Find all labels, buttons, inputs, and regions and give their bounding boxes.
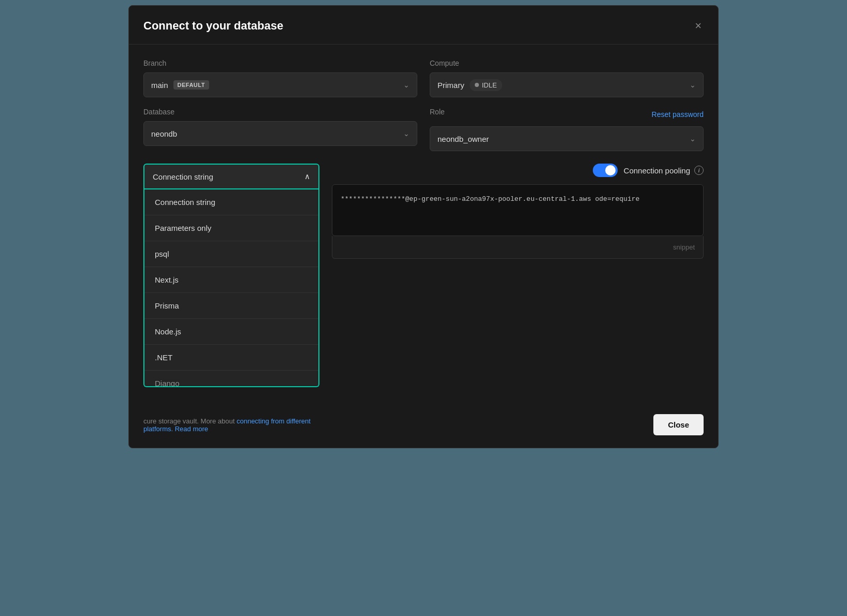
snippet-label: snippet <box>673 243 695 251</box>
footer-read-more-link[interactable]: Read more <box>175 425 208 433</box>
conn-dropdown-item[interactable]: Node.js <box>144 319 318 345</box>
compute-group: Compute Primary IDLE ⌄ <box>430 59 704 97</box>
conn-string-trigger[interactable]: Connection string ∧ <box>143 164 319 189</box>
reset-password-link[interactable]: Reset password <box>652 110 704 119</box>
database-role-row: Database neondb ⌄ Role Reset password <box>143 108 704 151</box>
toggle-thumb <box>605 165 616 175</box>
idle-dot-icon <box>475 83 479 87</box>
conn-dropdown-item[interactable]: Next.js <box>144 267 318 293</box>
modal-footer: cure storage vault. More about connectin… <box>129 406 718 448</box>
compute-label: Compute <box>430 59 704 67</box>
modal-close-button[interactable]: × <box>693 18 704 34</box>
connection-section: Connection string ∧ Connection stringPar… <box>143 164 704 387</box>
database-value: neondb <box>151 129 403 138</box>
toggle-track <box>593 164 618 177</box>
pooling-info-icon[interactable]: i <box>694 166 704 175</box>
conn-dropdown-item[interactable]: .NET <box>144 345 318 371</box>
branch-label: Branch <box>143 59 417 67</box>
branch-value: main DEFAULT <box>151 80 403 90</box>
modal-body: Branch main DEFAULT ⌄ Compute Primary <box>129 45 718 406</box>
database-chevron-icon: ⌄ <box>403 129 410 138</box>
idle-badge: IDLE <box>470 79 502 91</box>
conn-dropdown-item[interactable]: Connection string <box>144 189 318 215</box>
pooling-row: Connection pooling i <box>332 164 704 177</box>
modal-overlay: Connect to your database × Branch main D… <box>118 0 729 453</box>
conn-dropdown-item[interactable]: Prisma <box>144 293 318 319</box>
connection-pooling-toggle[interactable] <box>593 164 618 177</box>
conn-dropdown-item[interactable]: psql <box>144 241 318 267</box>
database-select[interactable]: neondb ⌄ <box>143 121 417 146</box>
database-label: Database <box>143 108 417 116</box>
role-header: Role Reset password <box>430 108 704 121</box>
compute-select[interactable]: Primary IDLE ⌄ <box>430 72 704 97</box>
modal-title: Connect to your database <box>143 19 283 33</box>
footer-platforms-link[interactable]: platforms. <box>143 425 175 433</box>
role-label: Role <box>430 108 445 116</box>
footer-close-button[interactable]: Close <box>653 414 704 435</box>
conn-string-chevron-up-icon: ∧ <box>304 172 310 181</box>
branch-group: Branch main DEFAULT ⌄ <box>143 59 417 97</box>
connect-modal: Connect to your database × Branch main D… <box>128 5 719 448</box>
conn-string-value: ****************@ep-green-sun-a2ona97x-p… <box>341 195 639 203</box>
compute-chevron-icon: ⌄ <box>690 81 696 89</box>
pooling-label: Connection pooling i <box>624 166 704 175</box>
branch-default-badge: DEFAULT <box>173 80 209 90</box>
conn-dropdown-menu: Connection stringParameters onlypsqlNext… <box>143 189 319 387</box>
role-chevron-icon: ⌄ <box>690 135 696 143</box>
snippet-bar: snippet <box>332 236 704 259</box>
compute-value: Primary IDLE <box>437 79 690 91</box>
footer-connecting-link[interactable]: connecting from different <box>237 417 311 425</box>
conn-dropdown-item[interactable]: Django <box>144 371 318 386</box>
database-group: Database neondb ⌄ <box>143 108 417 146</box>
conn-string-dropdown: Connection string ∧ Connection stringPar… <box>143 164 319 387</box>
modal-header: Connect to your database × <box>129 6 718 45</box>
conn-string-trigger-label: Connection string <box>153 172 213 181</box>
branch-select[interactable]: main DEFAULT ⌄ <box>143 72 417 97</box>
branch-chevron-icon: ⌄ <box>403 81 410 89</box>
conn-right: Connection pooling i ****************@ep… <box>332 164 704 259</box>
role-select[interactable]: neondb_owner ⌄ <box>430 126 704 151</box>
branch-compute-row: Branch main DEFAULT ⌄ Compute Primary <box>143 59 704 97</box>
conn-dropdown-scroll[interactable]: Connection stringParameters onlypsqlNext… <box>144 189 318 386</box>
footer-text: cure storage vault. More about connectin… <box>143 417 643 433</box>
role-value: neondb_owner <box>437 135 690 143</box>
role-group: Role Reset password neondb_owner ⌄ <box>430 108 704 151</box>
conn-dropdown-item[interactable]: Parameters only <box>144 215 318 241</box>
conn-string-box: ****************@ep-green-sun-a2ona97x-p… <box>332 184 704 236</box>
